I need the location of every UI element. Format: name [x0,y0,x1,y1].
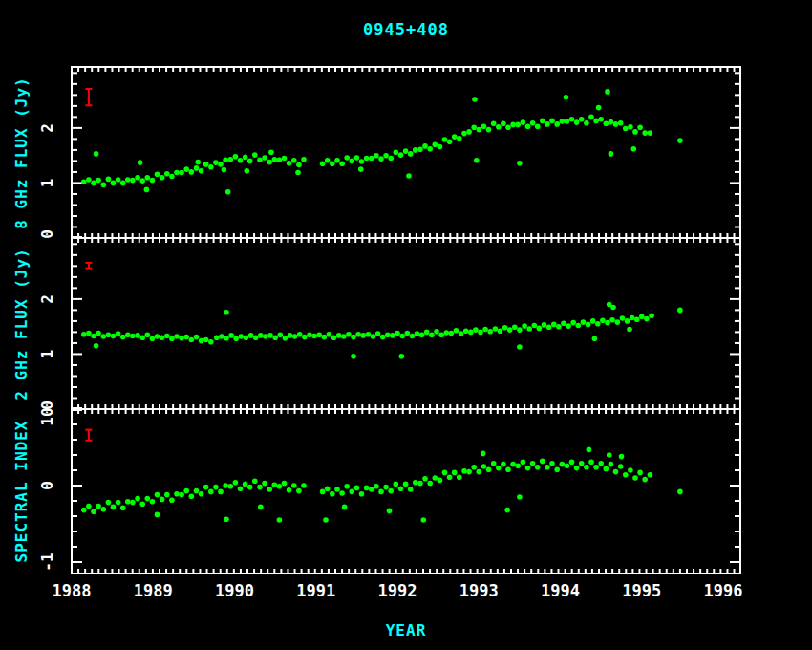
data-point [491,121,497,127]
data-point [551,322,557,328]
data-point [525,123,531,129]
data-point [334,158,340,163]
data-point [120,505,126,510]
data-point [243,155,248,161]
data-point [461,131,467,137]
data-point [385,333,391,338]
y-axis-title-bottom: SPECTRAL INDEX [12,421,31,563]
data-point [677,138,683,143]
data-point [625,318,630,324]
data-point [526,326,532,332]
y-axis-title-middle: 2 GHz FLUX (Jy) [12,248,31,401]
data-point [174,491,180,497]
data-point [189,493,195,499]
data-point [272,482,278,488]
data-point [525,466,531,471]
data-point [355,332,361,337]
data-point [604,121,609,127]
data-point [233,154,239,160]
y-tick-label: 10 [38,407,56,425]
data-point [535,123,541,129]
data-point [91,334,96,339]
data-point [466,129,472,135]
data-point [199,491,204,497]
data-point [482,327,488,333]
data-point [208,489,214,495]
data-point [359,491,365,497]
data-point [224,336,229,341]
data-point [443,330,449,336]
data-point [268,149,274,155]
data-point [120,335,126,340]
data-point [587,447,592,453]
data-point [334,487,340,492]
data-point [189,169,195,175]
data-point [199,168,204,174]
data-point [257,485,263,490]
data-point [540,459,545,465]
data-point [364,156,370,162]
light-curve-figure: 1988198919901991199219931994199519960120… [0,0,812,650]
data-point [277,158,283,163]
data-point [554,466,560,472]
data-point [267,333,273,338]
data-point [169,174,175,180]
data-point [218,489,224,495]
data-point [106,177,112,183]
data-point [584,120,589,126]
data-point [560,119,566,124]
data-point [258,505,264,510]
data-point [189,337,195,343]
data-point [403,148,409,154]
data-point [579,117,585,122]
data-point [549,119,555,124]
data-point [521,119,526,125]
data-point [613,121,619,127]
data-point [233,336,239,342]
data-point [566,323,571,329]
data-point [477,469,482,475]
data-point [320,489,326,495]
data-point [570,320,576,326]
data-point [111,181,117,186]
data-point [498,329,503,335]
data-point [239,334,245,339]
data-point [164,171,170,177]
data-point [474,158,480,163]
data-point [427,146,433,152]
data-point [581,319,587,325]
data-point [213,160,219,165]
data-point [218,162,224,167]
data-point [247,485,253,490]
data-point [130,334,136,339]
data-point [327,332,332,337]
data-point [609,462,614,467]
data-point [91,509,96,514]
data-point [632,475,638,481]
data-point [387,509,393,514]
data-point [267,487,272,492]
data-point [247,159,253,164]
data-point [301,157,307,162]
data-point [101,182,107,187]
x-tick-label: 1994 [541,581,580,600]
x-tick-label: 1991 [296,581,335,600]
data-point [350,159,355,164]
data-point [228,333,234,338]
data-point [139,501,145,507]
data-point [203,337,209,343]
data-point [434,329,439,335]
data-point [262,155,267,161]
data-point [179,170,184,176]
data-point [504,508,510,513]
data-point [339,490,345,496]
data-point [442,137,448,142]
data-point [208,164,214,170]
data-point [160,497,165,503]
data-point [535,465,541,470]
data-point [517,494,523,500]
data-point [515,463,521,468]
data-point [366,332,372,337]
data-point [350,489,355,495]
data-point [424,330,430,336]
